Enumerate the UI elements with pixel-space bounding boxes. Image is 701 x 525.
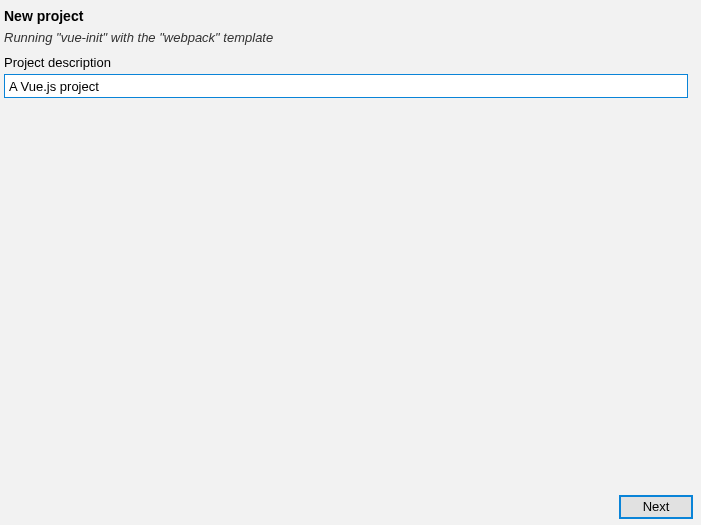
dialog-footer: Next bbox=[619, 495, 693, 519]
project-description-label: Project description bbox=[4, 55, 697, 70]
project-description-input[interactable] bbox=[4, 74, 688, 98]
dialog-title: New project bbox=[4, 8, 697, 24]
dialog-subtitle: Running "vue-init" with the "webpack" te… bbox=[4, 30, 697, 45]
next-button[interactable]: Next bbox=[619, 495, 693, 519]
